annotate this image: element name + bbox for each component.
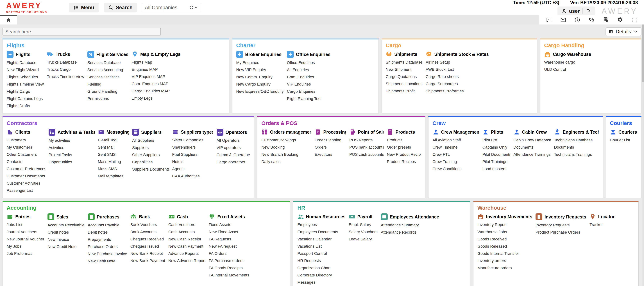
menu-item[interactable]: HR Requests bbox=[297, 258, 346, 263]
menu-item[interactable]: Accounts Receivable bbox=[48, 223, 84, 227]
menu-item[interactable]: Airlines Setup bbox=[426, 60, 489, 65]
menu-item[interactable]: Ground Handling bbox=[88, 89, 128, 94]
group-header[interactable]: Employees Attendance bbox=[381, 213, 439, 220]
menu-item[interactable]: Order presets bbox=[387, 145, 421, 150]
menu-item[interactable]: Employees bbox=[297, 222, 346, 227]
group-header[interactable]: Pilots bbox=[482, 129, 510, 135]
menu-item[interactable]: Customer Documents bbox=[7, 174, 45, 178]
menu-item[interactable]: Cargo Surcharges bbox=[426, 82, 489, 86]
menu-item[interactable]: Fuel Suppliers bbox=[172, 152, 213, 157]
menu-item[interactable]: Flights Map bbox=[132, 60, 180, 65]
menu-item[interactable]: Documents bbox=[514, 145, 551, 150]
group-header[interactable]: Activities & Tasks bbox=[48, 129, 94, 136]
menu-item[interactable]: FA Requests bbox=[209, 237, 249, 241]
menu-item[interactable]: New Branch Booking bbox=[262, 152, 312, 157]
menu-item[interactable]: Organization Chart bbox=[297, 266, 346, 270]
menu-item[interactable]: My Enquiries bbox=[236, 60, 284, 65]
menu-item[interactable]: Goods Released bbox=[478, 244, 532, 249]
group-header[interactable]: Point of Sale bbox=[349, 129, 384, 135]
menu-item[interactable]: Crew Timeline bbox=[432, 145, 479, 150]
group-header[interactable]: Entries bbox=[7, 213, 44, 220]
menu-item[interactable]: Vacations List bbox=[297, 244, 346, 249]
menu-item[interactable]: New Bank Payment bbox=[130, 258, 165, 263]
menu-item[interactable]: Advance Reports bbox=[168, 251, 206, 256]
menu-item[interactable]: Cargo Quotations bbox=[386, 74, 422, 79]
menu-item[interactable]: Crew Training bbox=[432, 159, 479, 164]
menu-item[interactable]: Empty Legs bbox=[132, 96, 180, 101]
menu-item[interactable]: Mass Mailing bbox=[98, 159, 129, 164]
report-info-icon[interactable] bbox=[603, 17, 609, 23]
menu-item[interactable]: New Cash Payment bbox=[168, 244, 206, 249]
menu-item[interactable]: New Booking bbox=[262, 145, 312, 150]
menu-item[interactable]: Attendance Records bbox=[381, 230, 439, 235]
group-header[interactable]: Payroll bbox=[349, 213, 378, 220]
group-header[interactable]: Purchases bbox=[88, 213, 127, 220]
menu-item[interactable]: Cabin Crew Database bbox=[514, 138, 551, 142]
menu-item[interactable]: Messages bbox=[297, 280, 346, 285]
menu-item[interactable]: Inventory Requests bbox=[536, 223, 586, 227]
menu-item[interactable]: New Bank Receipt bbox=[130, 251, 165, 256]
menu-item[interactable]: Permissions bbox=[88, 96, 128, 101]
group-header[interactable]: Sales bbox=[48, 213, 84, 220]
group-header[interactable]: Map & Empty Legs bbox=[132, 51, 180, 58]
menu-item[interactable]: Bank Accounts bbox=[130, 230, 165, 234]
menu-item[interactable]: Sister Companies bbox=[172, 138, 213, 142]
menu-item[interactable]: My Jobs bbox=[7, 244, 44, 249]
group-header[interactable]: Crew Management bbox=[432, 129, 479, 135]
menu-item[interactable]: New Express/OBC Enquiry bbox=[236, 89, 284, 94]
menu-item[interactable]: My activities bbox=[48, 138, 94, 143]
menu-item[interactable]: All Operators bbox=[216, 138, 250, 143]
menu-item[interactable]: Flights Cargo bbox=[7, 89, 44, 94]
menu-item[interactable]: Opportunities bbox=[48, 160, 94, 164]
menu-item[interactable]: Daily sales bbox=[262, 159, 312, 164]
menu-item[interactable]: Product Recipes bbox=[387, 159, 421, 164]
menu-item[interactable]: Crew Conditions bbox=[432, 167, 479, 171]
menu-item[interactable]: Credit notes bbox=[48, 230, 84, 235]
menu-item[interactable]: Capabilities bbox=[132, 160, 169, 164]
menu-item[interactable]: New Credit Note bbox=[48, 244, 84, 249]
menu-item[interactable]: Inventory orders bbox=[478, 258, 532, 263]
menu-item[interactable]: Suppliers Documents bbox=[132, 167, 169, 172]
menu-item[interactable]: Comm.J. Operators bbox=[216, 153, 250, 157]
logout-icon[interactable] bbox=[586, 9, 591, 14]
group-header[interactable]: Couriers bbox=[610, 129, 637, 135]
menu-button[interactable]: Menu bbox=[69, 3, 99, 13]
menu-item[interactable]: Services Accounting bbox=[88, 68, 128, 72]
menu-item[interactable]: Courier List bbox=[610, 138, 637, 142]
menu-item[interactable]: Inventory Report bbox=[478, 222, 532, 227]
menu-item[interactable]: E-Mail Tool bbox=[98, 138, 129, 142]
group-header[interactable]: Engineers & Tech bbox=[554, 129, 599, 135]
menu-item[interactable]: New Fixed Asset bbox=[209, 230, 249, 234]
menu-item[interactable]: New Shipment bbox=[386, 67, 422, 72]
menu-item[interactable]: Executors bbox=[314, 152, 346, 157]
menu-item[interactable]: Project Tasks bbox=[48, 153, 94, 157]
group-header[interactable]: Shipments Stock & Rates bbox=[426, 51, 489, 58]
group-header[interactable]: Shipments bbox=[386, 51, 422, 58]
menu-item[interactable]: Journal Vouchers bbox=[7, 230, 44, 234]
menu-item[interactable]: Attendance Trainings bbox=[514, 152, 551, 157]
menu-item[interactable]: Shipments Profit bbox=[386, 89, 422, 94]
menu-item[interactable]: Flights Timeline View bbox=[7, 82, 44, 87]
menu-item[interactable]: Goods Internal Transfer bbox=[478, 251, 532, 256]
menu-item[interactable]: Cash Accounts bbox=[168, 230, 206, 234]
menu-item[interactable]: Products bbox=[387, 138, 421, 142]
menu-item[interactable]: Hotels bbox=[172, 159, 213, 164]
menu-item[interactable]: Captains Only bbox=[482, 145, 510, 150]
menu-item[interactable]: Fuelling bbox=[88, 82, 128, 87]
group-header[interactable]: Inventory Requests bbox=[536, 213, 586, 220]
menu-item[interactable]: Trucks Timeline View bbox=[47, 74, 84, 79]
menu-item[interactable]: Product Purchase Orders bbox=[536, 230, 586, 235]
menu-item[interactable]: Cargo Enquiries MAP bbox=[132, 89, 180, 94]
group-header[interactable]: Bank bbox=[130, 213, 165, 220]
menu-item[interactable]: Flights Database bbox=[7, 60, 44, 65]
menu-item[interactable]: Fixed Assets bbox=[209, 222, 249, 227]
menu-item[interactable]: Flight Captains Logs bbox=[7, 96, 44, 101]
search-button[interactable]: Search bbox=[104, 3, 137, 13]
menu-item[interactable]: Accounts Payable bbox=[88, 223, 127, 227]
menu-item[interactable]: Salary Vouchers bbox=[349, 230, 378, 234]
menu-item[interactable]: New Cargo Enquiry bbox=[236, 82, 284, 87]
menu-item[interactable]: Cheques Issued bbox=[130, 244, 165, 249]
menu-item[interactable]: Contacts bbox=[7, 159, 45, 164]
menu-item[interactable]: Flights Schedules bbox=[7, 75, 44, 79]
menu-item[interactable]: Flights Drafts bbox=[7, 104, 44, 108]
